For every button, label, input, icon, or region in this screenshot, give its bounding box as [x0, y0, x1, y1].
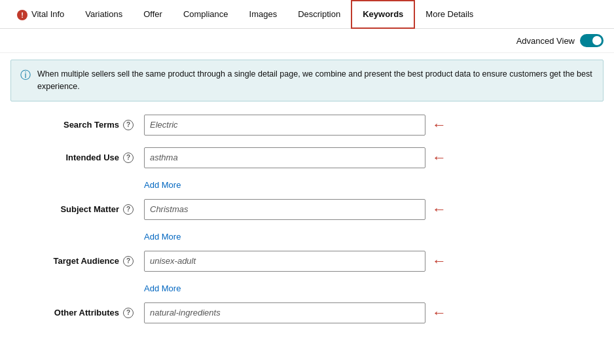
- advanced-view-toggle[interactable]: [580, 34, 604, 47]
- input-search-terms[interactable]: [144, 115, 425, 136]
- input-target-audience[interactable]: [144, 251, 425, 272]
- form-row-other-attributes: Other Attributes?←: [13, 302, 601, 323]
- field-label-search-terms: Search Terms: [63, 120, 119, 130]
- nav-item-keywords[interactable]: Keywords: [351, 0, 415, 29]
- info-icon: ⓘ: [20, 69, 31, 82]
- advanced-view-bar: Advanced View: [0, 29, 614, 53]
- nav-item-label: Variations: [85, 9, 122, 19]
- add-more-row-subject-matter: Add More: [13, 232, 601, 242]
- form-row-search-terms: Search Terms?←: [13, 115, 601, 136]
- nav-item-label: Compliance: [183, 9, 228, 19]
- help-icon-intended-use[interactable]: ?: [123, 153, 134, 163]
- label-col-target-audience: Target Audience?: [13, 251, 144, 266]
- label-col-intended-use: Intended Use?: [13, 147, 144, 163]
- advanced-view-label: Advanced View: [516, 36, 575, 46]
- nav-item-label: Description: [298, 9, 340, 19]
- info-banner-text: When multiple sellers sell the same prod…: [37, 68, 594, 93]
- add-more-link-intended-use[interactable]: Add More: [144, 180, 181, 190]
- input-col-intended-use: ←: [144, 147, 601, 168]
- add-more-row-target-audience: Add More: [13, 283, 601, 293]
- input-subject-matter[interactable]: [144, 199, 425, 220]
- add-more-link-subject-matter[interactable]: Add More: [144, 232, 181, 242]
- label-col-subject-matter: Subject Matter?: [13, 199, 144, 215]
- input-col-subject-matter: ←: [144, 199, 601, 220]
- help-icon-subject-matter[interactable]: ?: [123, 204, 134, 215]
- form-row-target-audience: Target Audience?←: [13, 251, 601, 272]
- field-label-other-attributes: Other Attributes: [54, 308, 119, 318]
- form-row-intended-use: Intended Use?←: [13, 147, 601, 168]
- arrow-indicator-intended-use: ←: [432, 149, 446, 166]
- field-label-intended-use: Intended Use: [65, 153, 119, 162]
- input-col-target-audience: ←: [144, 251, 601, 272]
- input-intended-use[interactable]: [144, 147, 425, 168]
- nav-item-offer[interactable]: Offer: [133, 0, 173, 29]
- add-more-row-intended-use: Add More: [13, 180, 601, 190]
- help-icon-other-attributes[interactable]: ?: [123, 308, 134, 318]
- form-row-subject-matter: Subject Matter?←: [13, 199, 601, 220]
- input-other-attributes[interactable]: [144, 302, 425, 323]
- arrow-indicator-search-terms: ←: [432, 117, 446, 134]
- error-icon: !: [17, 9, 27, 20]
- arrow-indicator-subject-matter: ←: [432, 201, 446, 218]
- arrow-indicator-other-attributes: ←: [432, 304, 446, 321]
- nav-item-images[interactable]: Images: [239, 0, 288, 29]
- nav-item-label: Vital Info: [31, 9, 64, 19]
- nav-item-more-details[interactable]: More Details: [415, 0, 484, 29]
- arrow-indicator-target-audience: ←: [432, 253, 446, 270]
- field-label-target-audience: Target Audience: [54, 256, 119, 266]
- nav-item-description[interactable]: Description: [287, 0, 351, 29]
- field-label-subject-matter: Subject Matter: [60, 204, 119, 214]
- nav-item-label: Offer: [143, 9, 162, 19]
- label-col-other-attributes: Other Attributes?: [13, 302, 144, 318]
- top-navigation: !Vital InfoVariationsOfferComplianceImag…: [0, 0, 614, 29]
- info-banner: ⓘ When multiple sellers sell the same pr…: [10, 60, 604, 101]
- help-icon-search-terms[interactable]: ?: [123, 120, 134, 130]
- input-col-search-terms: ←: [144, 115, 601, 136]
- label-col-search-terms: Search Terms?: [13, 115, 144, 130]
- nav-item-variations[interactable]: Variations: [75, 0, 133, 29]
- nav-item-label: Keywords: [363, 9, 403, 19]
- keywords-form: Search Terms?←Intended Use?←Add MoreSubj…: [0, 108, 614, 348]
- nav-item-compliance[interactable]: Compliance: [173, 0, 239, 29]
- input-col-other-attributes: ←: [144, 302, 601, 323]
- add-more-link-target-audience[interactable]: Add More: [144, 283, 181, 293]
- nav-item-label: Images: [249, 9, 278, 19]
- nav-item-label: More Details: [425, 9, 473, 19]
- help-icon-target-audience[interactable]: ?: [123, 256, 134, 266]
- nav-item-vital-info[interactable]: !Vital Info: [7, 0, 75, 29]
